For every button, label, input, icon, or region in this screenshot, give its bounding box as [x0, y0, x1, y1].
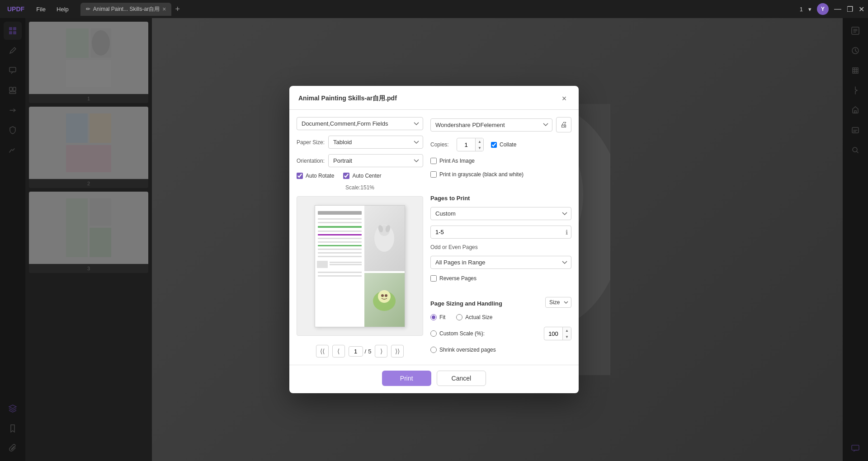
actual-size-label: Actual Size — [465, 314, 492, 320]
shrink-radio-option[interactable]: Shrink oversized pages — [430, 346, 571, 354]
shrink-radio[interactable] — [430, 347, 437, 353]
pages-range-wrap: ℹ — [430, 226, 571, 239]
print-as-image-option[interactable]: Print As Image — [430, 157, 571, 165]
odd-even-label: Odd or Even Pages — [430, 244, 571, 250]
orientation-label: Orientation: — [297, 158, 325, 164]
close-btn[interactable]: ✕ — [859, 5, 864, 14]
odd-even-select[interactable]: All Pages in Range — [430, 256, 571, 269]
tab-close-btn[interactable]: × — [162, 5, 166, 13]
topbar: UPDF File Help ✏ Animal Paint... Skills-… — [0, 0, 868, 18]
maximize-btn[interactable]: ❐ — [847, 5, 853, 14]
copies-row: Copies: ▲ ▼ Collate — [430, 138, 571, 151]
pages-range-input[interactable] — [430, 226, 571, 239]
collate-input[interactable] — [491, 142, 497, 148]
pages-type-select[interactable]: Custom — [430, 207, 571, 220]
copies-spinners: ▲ ▼ — [475, 138, 484, 151]
auto-rotate-label: Auto Rotate — [306, 173, 334, 179]
print-grayscale-option[interactable]: Print in grayscale (black and white) — [430, 170, 571, 179]
print-dialog: Animal Painting Skills-ar自用.pdf × Docume… — [289, 86, 579, 393]
scale-up-btn[interactable]: ▲ — [563, 327, 571, 334]
tab-edit-icon: ✏ — [86, 6, 90, 12]
dialog-footer: Print Cancel — [289, 365, 579, 393]
preview-text-column — [315, 206, 364, 327]
first-page-btn[interactable]: ⟨⟨ — [316, 345, 329, 358]
fit-row: Fit Actual Size — [430, 313, 571, 321]
scale-value-input[interactable] — [544, 329, 562, 339]
auto-rotate-input[interactable] — [297, 173, 303, 179]
collate-checkbox[interactable]: Collate — [491, 141, 516, 148]
menu-bar: File Help — [32, 4, 73, 14]
svg-point-37 — [385, 294, 387, 297]
minimize-btn[interactable]: — — [834, 5, 841, 14]
avatar[interactable]: Y — [817, 3, 829, 15]
fit-radio-option[interactable]: Fit — [430, 313, 445, 321]
fit-radio[interactable] — [430, 314, 437, 320]
auto-center-checkbox[interactable]: Auto Center — [343, 173, 381, 179]
sizing-header: Page Sizing and Handling Size — [430, 297, 571, 308]
paper-size-select[interactable]: Tabloid — [328, 136, 423, 149]
page-sizing-title: Page Sizing and Handling — [430, 300, 502, 307]
print-grayscale-input[interactable] — [430, 171, 437, 178]
actual-size-radio-option[interactable]: Actual Size — [456, 313, 492, 321]
preview-dog-color — [364, 273, 405, 327]
prev-page-btn[interactable]: ⟨ — [332, 345, 345, 358]
last-page-btn[interactable]: ⟩⟩ — [391, 345, 404, 358]
printer-icon: 🖨 — [560, 121, 567, 129]
auto-center-input[interactable] — [343, 173, 349, 179]
print-button[interactable]: Print — [382, 371, 431, 386]
pages-range-info-icon[interactable]: ℹ — [566, 229, 568, 236]
custom-scale-radio[interactable] — [430, 330, 437, 337]
copies-input[interactable] — [457, 139, 475, 151]
paper-size-label: Paper Size: — [297, 139, 325, 146]
collate-label: Collate — [500, 141, 516, 148]
content-type-select[interactable]: Document,Comment,Form Fields — [297, 117, 423, 130]
menu-file[interactable]: File — [32, 4, 50, 14]
actual-size-radio[interactable] — [456, 314, 462, 320]
auto-options-row: Auto Rotate Auto Center — [297, 173, 423, 179]
svg-point-35 — [378, 290, 391, 303]
orientation-row: Orientation: Portrait — [297, 154, 423, 167]
current-page-input[interactable] — [349, 346, 363, 357]
tab-label: Animal Paint... Skills-ar自用 — [93, 5, 160, 13]
sizing-type-select[interactable]: Size — [545, 297, 571, 308]
pagination-controls: ⟨⟨ ⟨ / 5 ⟩ ⟩⟩ — [297, 341, 423, 358]
printer-select[interactable]: Wondershare PDFelement — [430, 118, 552, 132]
preview-image-column — [364, 206, 405, 327]
orientation-select[interactable]: Portrait — [328, 154, 423, 167]
print-as-image-input[interactable] — [430, 158, 437, 164]
reverse-pages-option[interactable]: Reverse Pages — [430, 274, 571, 282]
dialog-close-btn[interactable]: × — [559, 93, 570, 104]
active-tab[interactable]: ✏ Animal Paint... Skills-ar自用 × — [80, 3, 172, 16]
auto-center-label: Auto Center — [352, 173, 381, 179]
main-area: 1 2 3 — [0, 18, 868, 461]
preview-inner — [315, 206, 405, 327]
paper-size-row: Paper Size: Tabloid — [297, 136, 423, 149]
page-input-row: / 5 — [349, 346, 372, 357]
scale-info: Scale:151% — [297, 184, 423, 191]
cancel-button[interactable]: Cancel — [437, 371, 486, 386]
custom-scale-radio-option[interactable]: Custom Scale (%): — [430, 329, 485, 338]
dropdown-arrow[interactable]: ▾ — [808, 6, 811, 13]
copies-input-wrap: ▲ ▼ — [457, 138, 484, 151]
auto-rotate-checkbox[interactable]: Auto Rotate — [297, 173, 334, 179]
copies-label: Copies: — [430, 141, 453, 148]
counter: 1 — [800, 6, 803, 13]
printer-settings-btn[interactable]: 🖨 — [556, 117, 571, 132]
dialog-header: Animal Painting Skills-ar自用.pdf × — [289, 86, 579, 110]
next-page-btn[interactable]: ⟩ — [375, 345, 387, 358]
modal-overlay: Animal Painting Skills-ar自用.pdf × Docume… — [0, 18, 868, 461]
svg-point-36 — [381, 294, 384, 297]
copies-down-btn[interactable]: ▼ — [476, 145, 484, 151]
reverse-pages-input[interactable] — [430, 275, 437, 282]
tab-add-btn[interactable]: + — [171, 5, 184, 14]
menu-help[interactable]: Help — [52, 4, 73, 14]
window-controls: — ❐ ✕ — [834, 5, 864, 14]
print-grayscale-label: Print in grayscale (black and white) — [439, 171, 524, 178]
copies-up-btn[interactable]: ▲ — [476, 138, 484, 145]
scale-down-btn[interactable]: ▼ — [563, 334, 571, 340]
preview-page-content — [315, 205, 405, 327]
fit-label: Fit — [439, 314, 445, 320]
dialog-left-panel: Document,Comment,Form Fields Paper Size:… — [297, 117, 423, 358]
scale-spinners: ▲ ▼ — [562, 327, 571, 340]
custom-scale-label: Custom Scale (%): — [439, 330, 485, 337]
